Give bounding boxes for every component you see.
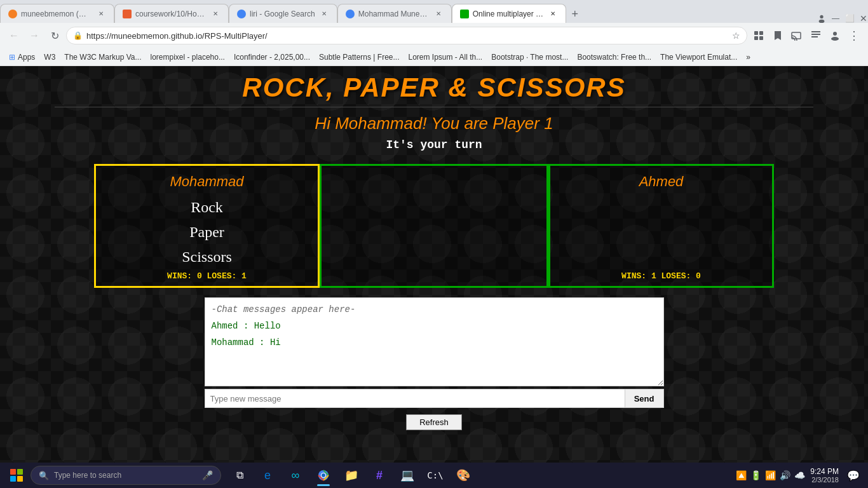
terminal-button[interactable]: C:\	[422, 463, 449, 487]
tab-4[interactable]: Mohammad Muneeb - P... ✕	[337, 4, 452, 23]
start-button[interactable]	[5, 464, 28, 487]
tab-2[interactable]: coursework/10/Homew... ✕	[114, 4, 229, 23]
tab-bar: muneebmemon (Moha... ✕ coursework/10/Hom…	[0, 0, 868, 23]
chat-container: -Chat messages appear here- Ahmed : Hell…	[205, 297, 664, 430]
clock-time: 9:24 PM	[810, 467, 839, 476]
choice-scissors[interactable]: Scissors	[104, 246, 310, 268]
taskbar-search-bar[interactable]: 🔍 Type here to search 🎤	[31, 466, 221, 485]
svg-point-0	[820, 15, 823, 18]
bookmark-manager-icon[interactable]	[769, 27, 787, 44]
chat-placeholder: -Chat messages appear here-	[212, 304, 657, 315]
game-panels: Mohammad Rock Paper Scissors WINS: 0 LOS…	[13, 164, 855, 288]
terminal-icon: C:\	[427, 470, 443, 480]
tab-3[interactable]: liri - Google Search ✕	[229, 4, 337, 23]
bookmark-w3c[interactable]: The W3C Markup Va...	[60, 51, 145, 63]
chat-input[interactable]	[205, 389, 625, 408]
bookmarks-bar: ⊞ Apps W3 The W3C Markup Va... lorempixe…	[0, 48, 868, 66]
player1-name: Mohammad	[104, 173, 310, 190]
close-button[interactable]: ✕	[859, 14, 868, 23]
new-tab-button[interactable]: +	[566, 5, 584, 23]
tab-1-close[interactable]: ✕	[96, 9, 106, 19]
network-icon: 📶	[765, 470, 776, 480]
task-view-button[interactable]: ⧉	[226, 463, 253, 487]
taskbar-icons: ⧉ e ∞ 📁 # 💻 C:\	[226, 463, 477, 487]
system-tray: 🔼 🔋 📶 🔊 ☁️	[736, 470, 805, 480]
tab-4-close[interactable]: ✕	[433, 9, 444, 19]
chevron-up-icon[interactable]: 🔼	[736, 470, 747, 480]
hashtag-button[interactable]: #	[366, 463, 393, 487]
address-bar[interactable]: 🔒 https://muneebmemon.github.io/RPS-Mult…	[66, 27, 747, 44]
taskbar-clock[interactable]: 9:24 PM 2/3/2018	[810, 467, 839, 484]
bookmarks-more[interactable]: »	[742, 51, 754, 63]
tab-5-close[interactable]: ✕	[548, 9, 558, 19]
chrome-button[interactable]	[310, 463, 337, 487]
refresh-button[interactable]: Refresh	[406, 414, 462, 430]
account-icon[interactable]	[826, 27, 844, 44]
reload-button[interactable]: ↻	[46, 27, 64, 44]
vscode-button[interactable]: 💻	[394, 463, 421, 487]
chrome-icon	[317, 469, 330, 482]
file-explorer-button[interactable]: 📁	[338, 463, 365, 487]
infinity-button[interactable]: ∞	[282, 463, 309, 487]
svg-point-1	[819, 20, 825, 23]
bookmark-lorempixel[interactable]: lorempixel - placeho...	[147, 51, 229, 63]
game-title: ROCK, PAPER & SCISSORS	[13, 72, 855, 103]
hashtag-icon: #	[376, 469, 383, 482]
bookmark-bootswatch[interactable]: Bootswatch: Free th...	[573, 51, 655, 63]
apps-icon: ⊞	[9, 53, 15, 62]
reader-icon[interactable]	[807, 27, 825, 44]
clock-date: 2/3/2018	[810, 476, 839, 484]
your-turn-text: It's your turn	[13, 139, 855, 151]
title-divider	[55, 107, 813, 107]
choice-paper[interactable]: Paper	[104, 221, 310, 243]
tab-5-active[interactable]: Online multiplayer game ✕	[452, 4, 566, 23]
microphone-icon[interactable]: 🎤	[202, 470, 213, 480]
notification-button[interactable]: 💬	[844, 463, 863, 487]
toolbar-right: ⋮	[750, 27, 863, 44]
choice-rock[interactable]: Rock	[104, 196, 310, 219]
extensions-icon[interactable]	[750, 27, 768, 44]
search-icon: 🔍	[39, 471, 49, 480]
edge-icon: e	[264, 469, 271, 482]
bookmark-iconfinder[interactable]: Iconfinder - 2,025,00...	[230, 51, 314, 63]
svg-rect-2	[754, 31, 758, 35]
browser-chrome: muneebmemon (Moha... ✕ coursework/10/Hom…	[0, 0, 868, 66]
cast-icon[interactable]	[788, 27, 806, 44]
svg-rect-9	[811, 36, 818, 37]
minimize-button[interactable]: —	[831, 14, 840, 23]
tab-1[interactable]: muneebmemon (Moha... ✕	[0, 4, 114, 23]
bookmark-lorem[interactable]: Lorem Ipsum - All th...	[405, 51, 487, 63]
send-button[interactable]: Send	[625, 389, 664, 408]
tab-2-close[interactable]: ✕	[210, 9, 220, 19]
back-button[interactable]: ←	[5, 27, 23, 44]
volume-icon[interactable]: 🔊	[780, 470, 790, 480]
infinity-icon: ∞	[292, 469, 300, 482]
lock-icon: 🔒	[73, 31, 83, 40]
nav-bar: ← → ↻ 🔒 https://muneebmemon.github.io/RP…	[0, 23, 868, 48]
taskbar-search-placeholder: Type here to search	[54, 471, 121, 480]
bookmark-w3[interactable]: W3	[40, 51, 59, 63]
bookmark-apps[interactable]: ⊞ Apps	[5, 51, 39, 63]
player-greeting: Hi Mohammad! You are Player 1	[13, 114, 855, 133]
bookmark-viewport[interactable]: The Viewport Emulat...	[656, 51, 741, 63]
forward-button[interactable]: →	[25, 27, 43, 44]
menu-button[interactable]: ⋮	[845, 27, 863, 44]
vscode-icon: 💻	[400, 468, 414, 482]
bookmark-bootstrap[interactable]: Bootstrap · The most...	[487, 51, 572, 63]
tab-3-close[interactable]: ✕	[319, 9, 329, 19]
profile-icon[interactable]	[817, 14, 826, 23]
cloud-icon: ☁️	[794, 470, 805, 480]
bookmark-subtle[interactable]: Subtle Patterns | Free...	[315, 51, 403, 63]
game-area: ROCK, PAPER & SCISSORS Hi Mohammad! You …	[0, 66, 868, 465]
player1-stats: WINS: 0 LOSES: 1	[96, 271, 318, 281]
player2-name: Ahmed	[558, 173, 764, 190]
star-icon[interactable]: ☆	[732, 30, 740, 41]
edge-button[interactable]: e	[254, 463, 281, 487]
svg-rect-4	[754, 36, 758, 40]
player2-stats: WINS: 1 LOSES: 0	[550, 271, 772, 281]
paint-button[interactable]: 🎨	[450, 463, 477, 487]
restore-button[interactable]: ⬜	[845, 14, 854, 23]
battery-icon: 🔋	[750, 470, 761, 480]
address-url: https://muneebmemon.github.io/RPS-MultiP…	[86, 31, 728, 41]
chat-input-row: Send	[205, 389, 664, 408]
